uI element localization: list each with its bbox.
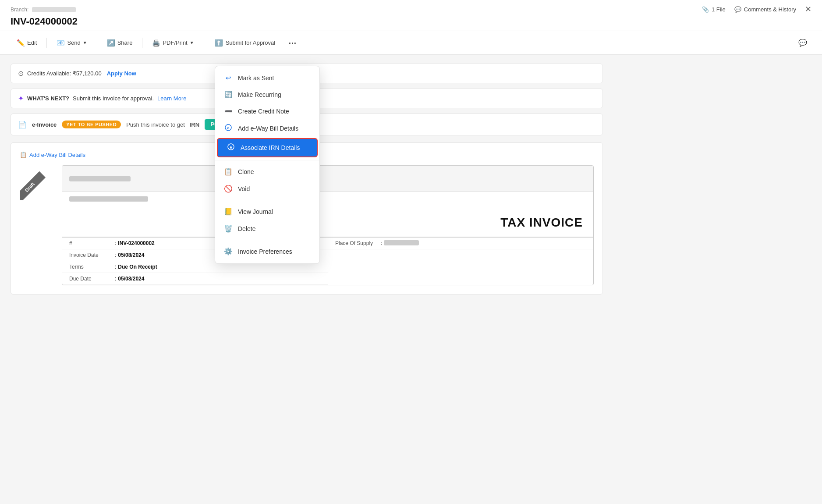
learn-more-link[interactable]: Learn More bbox=[157, 95, 186, 102]
eway-link-icon: 📋 bbox=[20, 152, 27, 158]
credit-note-icon: ➖ bbox=[224, 107, 233, 115]
menu-divider-1 bbox=[215, 160, 319, 160]
credits-text: Credits Available: ₹57,120.00 bbox=[27, 70, 102, 77]
preferences-icon: ⚙️ bbox=[224, 247, 233, 256]
edit-icon: ✏️ bbox=[17, 39, 25, 47]
apply-now-link[interactable]: Apply Now bbox=[107, 70, 136, 77]
pdf-print-button[interactable]: 🖨️ PDF/Print ▼ bbox=[146, 36, 200, 50]
chat-icon: 💬 bbox=[798, 39, 807, 46]
toolbar-divider-2 bbox=[97, 38, 97, 48]
svg-text:e: e bbox=[230, 145, 232, 149]
pdf-icon: 🖨️ bbox=[152, 39, 160, 47]
menu-item-mark-as-sent[interactable]: ↩ Mark as Sent bbox=[215, 70, 319, 86]
place-supply-blurred bbox=[384, 240, 419, 245]
more-options-button[interactable]: ⋯ bbox=[284, 36, 301, 50]
branch-row: Branch: 📎 1 File 💬 Comments & History ✕ bbox=[11, 4, 811, 14]
right-details: Place Of Supply : bbox=[328, 238, 593, 285]
toolbar-divider-4 bbox=[204, 38, 204, 48]
invoice-title: INV-024000002 bbox=[11, 16, 811, 27]
tax-invoice-title: TAX INVOICE bbox=[500, 216, 583, 230]
share-button[interactable]: ↗️ Share bbox=[101, 36, 139, 50]
branch-info: Branch: bbox=[11, 6, 76, 13]
address-blurred-1 bbox=[69, 196, 148, 202]
associate-irn-icon: e bbox=[227, 143, 235, 152]
draft-ribbon: Draft bbox=[20, 171, 46, 200]
svg-text:e: e bbox=[227, 126, 229, 130]
mark-sent-icon: ↩ bbox=[224, 74, 233, 82]
einvoice-icon: 📄 bbox=[18, 121, 27, 129]
invoice-preview-top bbox=[62, 166, 593, 192]
delete-icon: 🗑️ bbox=[224, 224, 233, 233]
comment-icon: 💬 bbox=[734, 6, 741, 13]
menu-divider-3 bbox=[215, 240, 319, 240]
comments-history-button[interactable]: 💬 Comments & History bbox=[734, 6, 796, 13]
invoice-preview-header: TAX INVOICE bbox=[62, 209, 593, 237]
send-dropdown-arrow: ▼ bbox=[83, 40, 87, 45]
edit-button[interactable]: ✏️ Edit bbox=[11, 36, 43, 50]
header-right-actions: 📎 1 File 💬 Comments & History ✕ bbox=[702, 4, 811, 14]
place-supply-row: Place Of Supply : bbox=[328, 238, 593, 249]
menu-item-view-journal[interactable]: 📒 View Journal bbox=[215, 203, 319, 220]
toolbar-divider bbox=[46, 38, 47, 48]
toolbar-divider-3 bbox=[142, 38, 142, 48]
company-name-blurred bbox=[69, 176, 131, 181]
dropdown-menu: ↩ Mark as Sent 🔄 Make Recurring ➖ Create… bbox=[215, 66, 320, 264]
void-icon: 🚫 bbox=[224, 185, 233, 193]
clone-icon: 📋 bbox=[224, 167, 233, 176]
file-button[interactable]: 📎 1 File bbox=[702, 6, 726, 13]
push-text: Push this invoice to get IRN bbox=[126, 121, 199, 128]
send-button[interactable]: 📧 Send ▼ bbox=[50, 36, 93, 50]
submit-icon: ⬆️ bbox=[215, 39, 223, 47]
menu-item-invoice-preferences[interactable]: ⚙️ Invoice Preferences bbox=[215, 243, 319, 260]
menu-item-create-credit-note[interactable]: ➖ Create Credit Note bbox=[215, 103, 319, 120]
invoice-details-grid: # : INV-024000002 Invoice Date : 05/08/2… bbox=[62, 237, 593, 285]
chat-button[interactable]: 💬 bbox=[794, 35, 811, 50]
menu-item-add-eway-bill[interactable]: e Add e-Way Bill Details bbox=[215, 120, 319, 137]
recurring-icon: 🔄 bbox=[224, 91, 233, 99]
top-header: Branch: 📎 1 File 💬 Comments & History ✕ … bbox=[0, 0, 822, 31]
whats-next-description: Submit this Invoice for approval. bbox=[73, 95, 154, 102]
menu-item-delete[interactable]: 🗑️ Delete bbox=[215, 220, 319, 237]
menu-item-make-recurring[interactable]: 🔄 Make Recurring bbox=[215, 86, 319, 103]
send-icon: 📧 bbox=[57, 39, 65, 47]
menu-item-clone[interactable]: 📋 Clone bbox=[215, 163, 319, 180]
due-date-row: Due Date : 05/08/2024 bbox=[62, 273, 328, 285]
menu-item-void[interactable]: 🚫 Void bbox=[215, 180, 319, 197]
submit-approval-button[interactable]: ⬆️ Submit for Approval bbox=[208, 36, 282, 50]
yet-to-be-pushed-badge: YET TO BE PUSHED bbox=[62, 121, 121, 128]
whats-next-icon: ✦ bbox=[18, 94, 24, 103]
invoice-preview-address bbox=[62, 192, 593, 209]
pdf-dropdown-arrow: ▼ bbox=[190, 40, 194, 45]
invoice-preview: TAX INVOICE # : INV-024000002 Invoice Da… bbox=[62, 165, 594, 285]
toolbar: ✏️ Edit 📧 Send ▼ ↗️ Share 🖨️ PDF/Print ▼… bbox=[0, 31, 822, 55]
whats-next-label: WHAT'S NEXT? bbox=[27, 95, 69, 102]
einvoice-label: e-Invoice bbox=[32, 121, 57, 128]
journal-icon: 📒 bbox=[224, 207, 233, 216]
paperclip-icon: 📎 bbox=[702, 6, 709, 13]
close-button[interactable]: ✕ bbox=[805, 4, 811, 14]
branch-label: Branch: bbox=[11, 7, 28, 13]
branch-value bbox=[32, 7, 76, 12]
eway-icon: e bbox=[224, 124, 233, 133]
menu-divider-2 bbox=[215, 200, 319, 200]
menu-item-associate-irn[interactable]: e Associate IRN Details bbox=[217, 138, 318, 157]
share-icon: ↗️ bbox=[107, 39, 115, 47]
credits-icon: ⊙ bbox=[18, 69, 24, 78]
